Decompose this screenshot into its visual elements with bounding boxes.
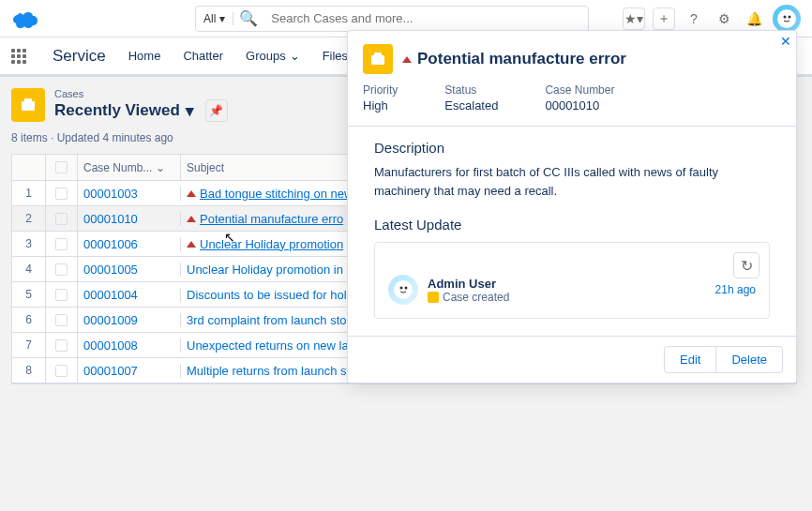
row-checkbox[interactable] [55,314,68,326]
case-number-link[interactable]: 00001004 [83,288,138,302]
row-checkbox[interactable] [55,188,68,200]
search-icon: 🔍 [233,9,263,27]
search-scope-dropdown[interactable]: All ▾ [203,12,233,25]
nav-groups[interactable]: Groups ⌄ [246,49,300,63]
chevron-down-icon: ▾ [219,12,225,25]
chevron-down-icon: ⌄ [156,161,165,174]
subject-link[interactable]: Unexpected returns on new lau [187,338,355,353]
subject-link[interactable]: Unclear Holiday promotion [200,237,343,251]
chevron-down-icon: ⌄ [290,49,300,63]
casenum-label: Case Number [545,83,614,97]
row-checkbox[interactable] [55,238,68,250]
edit-button[interactable]: Edit [664,346,716,373]
row-checkbox[interactable] [55,213,68,225]
row-number: 7 [12,333,46,357]
description-heading: Description [374,140,770,156]
latest-update-card: ↻ Admin User Case created 21h ago [374,242,770,319]
app-launcher-icon[interactable] [11,49,30,64]
status-label: Status [444,83,498,97]
help-icon[interactable]: ? [683,8,705,30]
nav-chatter[interactable]: Chatter [183,49,223,63]
priority-flag-icon [402,56,412,63]
header-utility-icons: ★▾ ＋ ? ⚙ 🔔 [623,5,801,33]
chevron-down-icon: ▾ [186,101,194,121]
nav-home[interactable]: Home [128,49,161,63]
delete-button[interactable]: Delete [716,346,783,373]
row-checkbox[interactable] [55,339,68,352]
row-checkbox[interactable] [55,289,68,301]
salesforce-logo [11,6,45,32]
close-icon[interactable]: ✕ [777,33,794,50]
list-view-name-label: Recently Viewed [54,101,180,120]
global-search[interactable]: All ▾ 🔍 [195,6,589,32]
panel-compact-fields: Priority High Status Escalated Case Numb… [348,83,796,127]
svg-rect-4 [24,98,32,102]
svg-point-9 [405,287,408,290]
status-value: Escalated [444,98,498,113]
app-name: Service [53,47,106,66]
panel-title: Potential manufacture error [402,50,626,68]
panel-footer: Edit Delete [348,336,796,383]
priority-flag-icon [187,216,196,222]
subject-link[interactable]: Potential manufacture erro [200,212,343,226]
case-number-link[interactable]: 00001006 [83,237,138,251]
priority-flag-icon [187,241,196,248]
favorites-icon[interactable]: ★▾ [623,8,645,30]
casenum-link[interactable]: 00001010 [545,98,614,113]
user-avatar[interactable] [388,275,418,305]
row-number: 2 [12,206,46,231]
update-timestamp: 21h ago [715,283,756,296]
svg-point-0 [777,9,796,28]
subject-link[interactable]: Unclear Holiday promotion in n [187,263,353,277]
latest-update-heading: Latest Update [374,217,770,233]
col-case-number[interactable]: Case Numb... ⌄ [78,155,181,180]
subject-link[interactable]: Multiple returns from launch st [187,364,350,378]
case-number-link[interactable]: 00001009 [83,313,138,327]
add-icon[interactable]: ＋ [653,8,675,30]
case-icon [363,44,393,74]
user-avatar[interactable] [773,5,801,33]
refresh-button[interactable]: ↻ [733,252,759,278]
row-number: 6 [12,308,46,332]
list-view-name[interactable]: Recently Viewed ▾ 📌 [54,99,228,122]
priority-flag-icon [187,190,196,197]
row-checkbox[interactable] [55,365,68,377]
case-number-link[interactable]: 00001007 [83,364,138,378]
update-user: Admin User [428,277,706,291]
case-number-link[interactable]: 00001005 [83,263,138,277]
object-label: Cases [54,88,228,99]
svg-rect-5 [371,55,384,65]
case-icon [11,88,45,122]
nav-groups-label: Groups [246,49,286,63]
case-number-link[interactable]: 00001008 [83,338,138,353]
priority-value: High [363,98,398,113]
notifications-icon[interactable]: 🔔 [743,8,765,30]
subject-link[interactable]: Discounts to be issued for holid [187,288,356,302]
case-preview-panel: ✕ Potential manufacture error Priority H… [347,30,797,383]
row-number: 5 [12,282,46,307]
update-event: Case created [428,291,706,304]
row-checkbox[interactable] [55,263,68,276]
row-number: 3 [12,232,46,256]
svg-point-8 [400,287,403,290]
row-number: 8 [12,358,46,383]
search-scope-label: All [203,12,216,25]
svg-rect-6 [374,53,382,56]
row-number: 4 [12,257,46,281]
case-icon [428,292,439,303]
description-text: Manufacturers for first batch of CC IIIs… [374,163,770,200]
svg-point-1 [784,15,787,18]
case-number-link[interactable]: 00001003 [83,187,138,201]
setup-icon[interactable]: ⚙ [713,8,735,30]
svg-point-7 [394,280,413,299]
svg-rect-3 [22,101,35,111]
priority-label: Priority [363,83,398,97]
nav-files[interactable]: Files [323,49,348,63]
subject-link[interactable]: 3rd complaint from launch sto [187,313,347,327]
row-number: 1 [12,181,46,205]
select-all-checkbox[interactable] [55,161,68,173]
subject-link[interactable]: Bad tongue stitching on new [200,187,353,201]
search-input[interactable] [263,11,580,25]
pin-button[interactable]: 📌 [205,99,228,122]
case-number-link[interactable]: 00001010 [83,212,138,226]
